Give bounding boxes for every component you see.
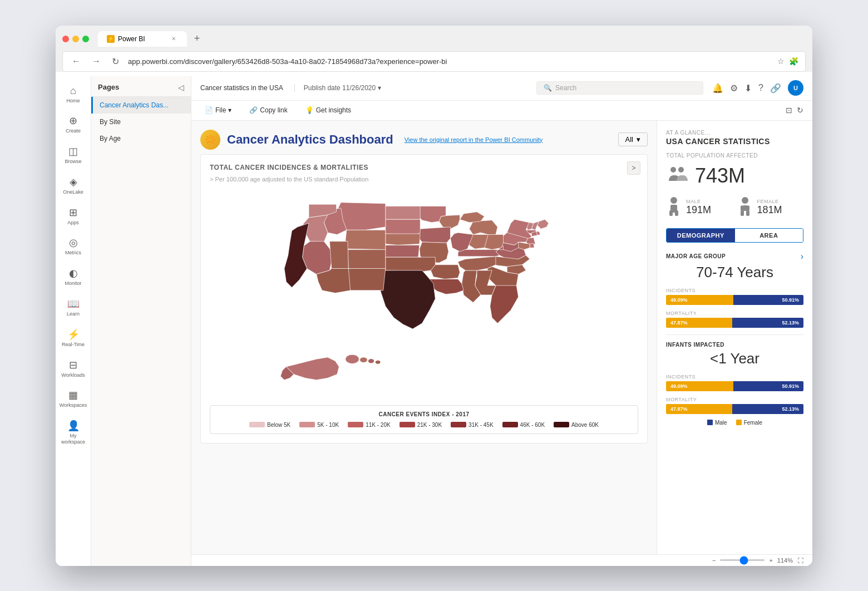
notification-icon[interactable]: 🔔 bbox=[712, 83, 723, 93]
search-box[interactable]: 🔍 Search bbox=[536, 81, 703, 95]
legend-male: Male bbox=[707, 420, 727, 426]
new-tab-button[interactable]: + bbox=[189, 31, 205, 47]
map-chevron-button[interactable]: > bbox=[627, 161, 640, 175]
male-label: MALE bbox=[686, 199, 711, 204]
insights-button[interactable]: 💡 Get insights bbox=[301, 104, 356, 116]
sidebar-item-browse[interactable]: ◫ Browse bbox=[58, 141, 89, 169]
copy-link-button[interactable]: 🔗 Copy link bbox=[245, 104, 292, 116]
all-dropdown[interactable]: All ▾ bbox=[618, 132, 648, 146]
file-button[interactable]: 📄 File ▾ bbox=[200, 104, 236, 116]
pages-collapse-button[interactable]: ◁ bbox=[178, 83, 184, 92]
page-item-by-site[interactable]: By Site bbox=[91, 114, 191, 130]
download-icon[interactable]: ⬇ bbox=[744, 83, 752, 93]
file-label: File bbox=[215, 106, 226, 114]
legend-label-0: Below 5K bbox=[267, 422, 290, 428]
legend-label-4: 31K - 45K bbox=[468, 422, 493, 428]
legend-item-4: 31K - 45K bbox=[451, 422, 493, 428]
svg-point-0 bbox=[346, 354, 359, 363]
legend-label-5: 46K - 60K bbox=[520, 422, 545, 428]
share-icon[interactable]: 🔗 bbox=[770, 83, 781, 93]
legend-item-6: Above 60K bbox=[554, 422, 599, 428]
address-bar[interactable] bbox=[128, 57, 771, 66]
legend-item-0: Below 5K bbox=[249, 422, 290, 428]
svg-rect-8 bbox=[669, 210, 673, 216]
male-icon bbox=[666, 196, 682, 219]
age-group-arrow[interactable]: › bbox=[801, 252, 803, 262]
legend-item-2: 11K - 20K bbox=[348, 422, 390, 428]
fullscreen-icon[interactable]: ⛶ bbox=[797, 557, 803, 564]
age-group-value: 70-74 Years bbox=[666, 264, 803, 281]
panel-title: USA CANCER STATISTICS bbox=[666, 137, 803, 146]
myworkspace-icon: 👤 bbox=[67, 420, 80, 432]
zoom-slider[interactable] bbox=[720, 559, 765, 561]
maximize-button[interactable] bbox=[82, 36, 89, 42]
legend-male-swatch bbox=[707, 420, 713, 425]
extensions-icon[interactable]: 🧩 bbox=[789, 57, 798, 66]
infants-incidents-female-pct: 49.09% bbox=[668, 381, 690, 391]
zoom-minus[interactable]: − bbox=[712, 557, 716, 564]
right-panel: AT A GLANCE... USA CANCER STATISTICS TOT… bbox=[657, 121, 812, 554]
tab-favicon: ⚡ bbox=[107, 35, 115, 43]
gender-legend: Male Female bbox=[666, 420, 803, 426]
total-population: 743M bbox=[666, 163, 803, 189]
community-link[interactable]: View the original report in the Power BI… bbox=[405, 136, 543, 143]
page-item-cancer-analytics[interactable]: Cancer Analytics Das... bbox=[91, 97, 191, 114]
bookmark-icon[interactable]: ☆ bbox=[777, 57, 785, 66]
infants-mortality-label: MORTALITY bbox=[666, 397, 803, 402]
publish-date-text: Publish date 11/26/2020 bbox=[304, 84, 376, 92]
incidents-female-pct: 49.09% bbox=[668, 295, 690, 305]
refresh-report-icon[interactable]: ↻ bbox=[797, 106, 803, 115]
dashboard-icon: 🔆 bbox=[200, 130, 220, 150]
user-avatar[interactable]: U bbox=[788, 80, 803, 96]
close-button[interactable] bbox=[62, 36, 69, 42]
sidebar-item-realtime[interactable]: ⚡ Real-Time bbox=[58, 324, 89, 352]
map-subtitle: > Per 100,000 age adjusted to the US sta… bbox=[210, 176, 638, 183]
legend-swatch-3 bbox=[400, 422, 415, 427]
mortality-female-pct: 47.87% bbox=[668, 318, 690, 328]
sidebar-item-metrics[interactable]: ◎ Metrics bbox=[58, 232, 89, 260]
sidebar-item-monitor[interactable]: ◐ Monitor bbox=[58, 263, 89, 291]
legend-items: Below 5K 5K - 10K 11K - 20K bbox=[219, 422, 629, 428]
minimize-button[interactable] bbox=[72, 36, 79, 42]
tab-buttons: DEMOGRAPHY AREA bbox=[666, 228, 803, 243]
tab-demography[interactable]: DEMOGRAPHY bbox=[667, 229, 735, 242]
forward-button[interactable]: → bbox=[90, 55, 103, 67]
tab-area[interactable]: AREA bbox=[735, 229, 803, 242]
back-button[interactable]: ← bbox=[70, 55, 83, 67]
sidebar-item-home[interactable]: ⌂ Home bbox=[58, 81, 89, 109]
svg-rect-9 bbox=[675, 210, 678, 216]
female-number: 181M bbox=[757, 204, 782, 216]
legend-label-3: 21K - 30K bbox=[417, 422, 442, 428]
sidebar-item-onelake[interactable]: ◈ OneLake bbox=[58, 171, 89, 200]
browser-tab[interactable]: ⚡ Power BI ✕ bbox=[98, 31, 187, 47]
mortality-male-pct: 52.13% bbox=[780, 318, 801, 328]
major-age-label: MAJOR AGE GROUP bbox=[666, 253, 726, 259]
apps-icon: ⊞ bbox=[69, 206, 77, 219]
svg-point-1 bbox=[360, 357, 368, 362]
sidebar-item-workspaces[interactable]: ▦ Workspaces bbox=[58, 385, 89, 413]
sidebar-item-learn[interactable]: 📖 Learn bbox=[58, 293, 89, 322]
zoom-plus[interactable]: + bbox=[769, 557, 772, 564]
infants-incidents-bar: 49.09% 50.91% bbox=[666, 381, 803, 391]
infants-incidents-male-pct: 50.91% bbox=[780, 381, 801, 391]
legend-label-1: 5K - 10K bbox=[317, 422, 339, 428]
age-group-section: MAJOR AGE GROUP › bbox=[666, 252, 803, 262]
browse-icon: ◫ bbox=[68, 145, 78, 157]
all-chevron: ▾ bbox=[637, 135, 640, 144]
zoom-level: 114% bbox=[777, 557, 793, 564]
us-map[interactable] bbox=[210, 189, 638, 401]
sidebar-item-workloads[interactable]: ⊟ Workloads bbox=[58, 354, 89, 383]
incidents-bar: 49.09% 50.91% bbox=[666, 295, 803, 305]
infants-age: <1 Year bbox=[666, 350, 803, 367]
page-item-by-age[interactable]: By Age bbox=[91, 130, 191, 147]
tab-close-button[interactable]: ✕ bbox=[169, 35, 178, 43]
view-icon[interactable]: ⊡ bbox=[786, 106, 792, 115]
svg-point-5 bbox=[678, 167, 684, 173]
sidebar-item-create[interactable]: ⊕ Create bbox=[58, 110, 89, 139]
settings-icon[interactable]: ⚙ bbox=[730, 83, 738, 93]
sidebar-item-apps[interactable]: ⊞ Apps bbox=[58, 202, 89, 230]
sidebar-item-myworkspace[interactable]: 👤 My workspace bbox=[58, 415, 89, 450]
publish-date-chevron[interactable]: ▾ bbox=[378, 84, 381, 92]
refresh-button[interactable]: ↻ bbox=[110, 55, 121, 68]
help-icon[interactable]: ? bbox=[758, 83, 763, 93]
